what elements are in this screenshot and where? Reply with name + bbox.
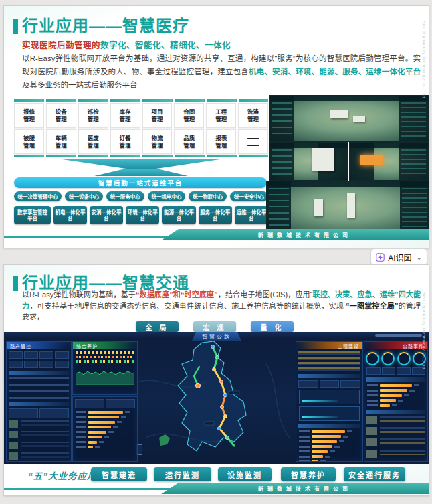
module-cell: ———— xyxy=(238,129,268,154)
section-header-decor xyxy=(298,374,360,378)
bar-row xyxy=(367,404,425,407)
watermark-text: Best Digital City Technology Co., Ltd xyxy=(422,21,426,98)
gauge-ring xyxy=(366,352,379,365)
stats-chips xyxy=(9,361,69,368)
module-cell: 物流管理 xyxy=(142,129,173,154)
panel-header: 公路事件 xyxy=(364,342,427,349)
ai-recognize-button[interactable]: AI识图 ⌄ xyxy=(370,248,427,266)
panel-header: 工程建设 xyxy=(296,342,362,349)
green-area xyxy=(159,434,170,446)
bar-row xyxy=(367,389,425,392)
body-text: ，可支持基于地理信息的交通态势信息、交通事件统计信息、施工养护信息等的统计概览，… xyxy=(29,302,346,310)
traffic-map xyxy=(132,337,300,462)
bar-row xyxy=(367,394,425,397)
view-button-global: 全 局 xyxy=(136,321,179,332)
bar-row xyxy=(76,431,134,434)
project-card-decor xyxy=(299,406,360,421)
bar-row xyxy=(299,430,360,433)
module-cell: 库存管理 xyxy=(110,103,140,128)
module-grid-top-bars xyxy=(14,99,268,102)
bar-row xyxy=(76,421,134,424)
center-pill: 统一机电中心 xyxy=(148,191,186,201)
body-highlight-red: “数据底座”和“时空底座” xyxy=(136,290,218,299)
platform-button: 机电一体化平台 xyxy=(53,206,87,224)
business-apps-label: “五”大业务应用 xyxy=(28,469,97,482)
footer-ribbon: 新瑞数城技术有限公司 xyxy=(161,229,429,240)
module-cell: 巡检管理 xyxy=(78,103,108,128)
panel-header: 路产管控 xyxy=(7,342,71,349)
bar-row xyxy=(299,450,360,453)
module-cell: 工程管理 xyxy=(206,103,236,128)
title-accent-bar xyxy=(13,276,18,291)
view-button-macro: 宏 观 xyxy=(193,321,236,332)
event-thumbnail-list-decor xyxy=(9,420,69,462)
page-canvas: 行业应用——智慧医疗 实现医院后勤管理的数字化、智能化、精细化、一体化 以R-E… xyxy=(0,0,432,504)
bar-row xyxy=(76,446,134,448)
hud-left-decor xyxy=(272,149,292,176)
body-text: ，结合电子地图(GIS)，应用“ xyxy=(218,290,313,299)
hospital-dashboard-image-4 xyxy=(266,181,429,233)
bar-row xyxy=(76,426,134,428)
region-boundary xyxy=(178,341,246,451)
chevron-down-icon[interactable]: ⌄ xyxy=(417,254,422,261)
module-cell: 订餐管理 xyxy=(110,129,140,154)
road-asset-panel: 路产管控 xyxy=(6,341,72,462)
subtitle-red-part: 实现医院后勤管理的 xyxy=(22,41,100,50)
module-cell: 品质管理 xyxy=(174,129,204,154)
platform-button: 能源一体化平台 xyxy=(162,206,195,224)
body-highlight-teal: 机电、安消、环境、能源、服务、运维一体化平台 xyxy=(249,68,421,76)
status-rows-decor xyxy=(9,377,69,400)
traffic-flow-area-chart xyxy=(76,365,134,386)
orange-building-decor xyxy=(360,155,383,165)
app-button: 智慧建造 xyxy=(91,467,147,481)
project-rows-decor xyxy=(298,351,360,371)
gauge-ring xyxy=(397,352,411,365)
section-header-decor xyxy=(9,371,69,375)
funnel-bottom xyxy=(94,169,188,176)
event-photo-list-decor xyxy=(366,416,425,460)
maintenance-stats-panel xyxy=(72,396,138,462)
section-header-decor xyxy=(366,377,425,382)
bar-row xyxy=(76,416,134,418)
app-button: 智慧养护 xyxy=(281,467,336,481)
building-decor xyxy=(353,116,365,122)
stats-chips xyxy=(9,351,69,359)
bar-row xyxy=(299,440,360,443)
platform-button: 环境一体化平台 xyxy=(126,206,159,224)
body-highlight-bold: “一图掌控全局” xyxy=(346,302,398,310)
hud-right-decor xyxy=(402,188,427,228)
title-accent-bar xyxy=(13,19,18,34)
bar-row xyxy=(299,460,360,463)
kpi-chips xyxy=(75,399,135,408)
ai-button-label: AI识图 xyxy=(388,252,411,263)
status-dots-row xyxy=(76,360,134,363)
module-cell: 车辆管理 xyxy=(46,129,76,154)
panel-header: 综合养护 xyxy=(73,342,137,349)
company-name: 新瑞数城技术有限公司 xyxy=(258,231,352,238)
center-pill: 统一物联中心 xyxy=(189,191,227,201)
kpi-chips xyxy=(9,408,69,418)
hud-left-decor xyxy=(272,102,292,137)
platform-button: 安消一体化平台 xyxy=(90,206,123,224)
section-header-decor xyxy=(298,424,360,428)
body-text: 以R-Easy弹性物联网为基础，基于 xyxy=(22,290,136,299)
bar-row xyxy=(367,399,425,402)
status-dots-row xyxy=(76,356,134,359)
bar-row xyxy=(299,445,360,448)
building-decor xyxy=(314,199,323,216)
stats-chips xyxy=(298,380,360,388)
watermark-text: Best Digital City Technology Co., Ltd xyxy=(422,292,426,369)
ai-sparkle-icon xyxy=(376,253,385,262)
project-card-decor xyxy=(299,390,360,404)
bar-row xyxy=(299,435,360,438)
maintenance-panel: 综合养护 xyxy=(72,341,138,395)
hud-right-decor xyxy=(401,102,426,137)
slide-smart-healthcare: 行业应用——智慧医疗 实现医院后勤管理的数字化、智能化、精细化、一体化 以R-E… xyxy=(3,5,429,248)
company-name: 新瑞数城技术有限公司 xyxy=(258,485,352,492)
gauge-ring xyxy=(381,352,395,365)
app-button: 设施监测 xyxy=(218,467,272,481)
body-text-tail: 及其多业务的一站式后勤服务平台 xyxy=(22,81,138,89)
module-cell: 设备管理 xyxy=(46,103,76,128)
slide1-body: 以R-Easy弹性物联网开放平台为基础，通过对资源的共享、互通，构建以“服务”为… xyxy=(22,52,421,92)
platform-button: 运维一体化平台 xyxy=(235,206,268,224)
